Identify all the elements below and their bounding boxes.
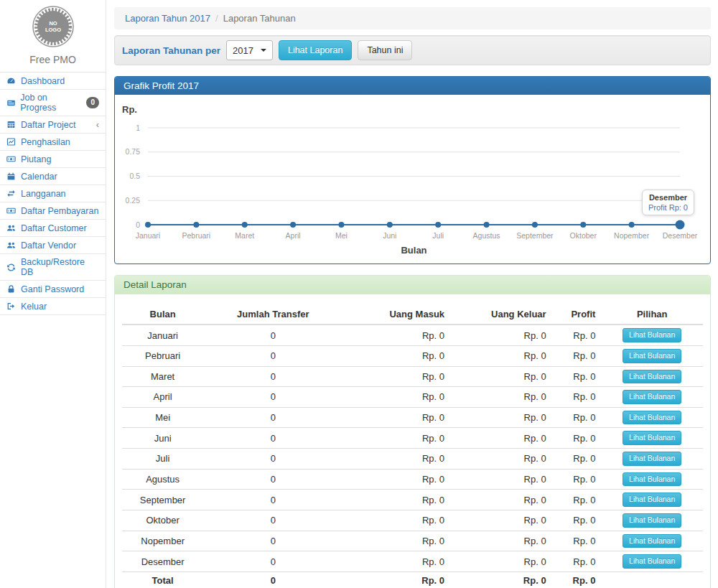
filter-label: Laporan Tahunan per <box>122 45 220 56</box>
table-row-juli: Juli0Rp. 0Rp. 0Rp. 0Lihat Bulanan <box>122 449 703 470</box>
data-point-juni[interactable] <box>387 222 393 228</box>
sidebar: NO LOGO Free PMO DashboardJob on Progres… <box>0 0 106 588</box>
lihat-bulanan-button[interactable]: Lihat Bulanan <box>623 390 681 404</box>
sidebar-item-daftar-pembayaran[interactable]: Daftar Pembayaran <box>0 202 106 220</box>
sidebar-item-label: Daftar Vendor <box>21 241 76 251</box>
data-point-nopember[interactable] <box>629 222 635 228</box>
cell: Rp. 0 <box>450 387 552 408</box>
sidebar-item-ganti-password[interactable]: Ganti Password <box>0 281 106 298</box>
lihat-bulanan-button[interactable]: Lihat Bulanan <box>623 472 681 487</box>
data-point-september[interactable] <box>532 222 538 228</box>
cell: Pebruari <box>122 345 203 366</box>
no-logo-seal-icon: NO LOGO <box>32 5 75 48</box>
sidebar-item-daftar-customer[interactable]: Daftar Customer <box>0 220 106 237</box>
cell: Maret <box>122 366 203 387</box>
cell: Rp. 0 <box>342 531 450 551</box>
lihat-bulanan-button[interactable]: Lihat Bulanan <box>623 349 681 363</box>
data-point-agustus[interactable] <box>484 222 490 228</box>
cell: Rp. 0 <box>450 345 552 366</box>
column-header-uang-keluar: Uang Keluar <box>450 304 552 325</box>
sidebar-item-label: Calendar <box>21 172 57 182</box>
cell: Rp. 0 <box>450 428 552 449</box>
svg-text:NO: NO <box>49 20 57 27</box>
sidebar-item-daftar-vendor[interactable]: Daftar Vendor <box>0 237 106 254</box>
y-tick-label: 0.25 <box>126 196 141 205</box>
brand[interactable]: NO LOGO Free PMO <box>0 0 106 73</box>
cell: Rp. 0 <box>552 345 602 366</box>
lihat-bulanan-button[interactable]: Lihat Bulanan <box>623 370 681 384</box>
cell: Rp. 0 <box>342 428 450 449</box>
sidebar-item-keluar[interactable]: Keluar <box>0 298 106 315</box>
cell: 0 <box>203 449 342 470</box>
tooltip-title: Desember <box>648 193 688 202</box>
total-cell: Total <box>122 571 203 588</box>
newspaper-icon <box>6 98 16 108</box>
breadcrumb-link[interactable]: Laporan Tahun 2017 <box>125 13 210 24</box>
chart-tooltip: Desember Profit Rp: 0 <box>642 190 694 215</box>
y-tick-label: 0 <box>136 220 140 229</box>
lihat-laporan-button[interactable]: Lihat Laporan <box>279 40 352 60</box>
cell: Nopember <box>122 531 203 551</box>
sidebar-item-label: Dashboard <box>21 76 65 86</box>
data-point-pebruari[interactable] <box>193 222 199 228</box>
lihat-bulanan-button[interactable]: Lihat Bulanan <box>623 493 681 507</box>
sidebar-item-penghasilan[interactable]: Penghasilan <box>0 134 106 151</box>
calendar-icon <box>6 172 17 181</box>
x-tick-label: Juni <box>383 231 396 240</box>
lihat-bulanan-button[interactable]: Lihat Bulanan <box>623 452 681 466</box>
sidebar-item-daftar-project[interactable]: Daftar Project‹ <box>0 116 106 134</box>
cell: Juni <box>122 428 203 449</box>
data-point-maret[interactable] <box>242 222 248 228</box>
sidebar-item-label: Daftar Pembayaran <box>21 206 98 216</box>
data-point-juli[interactable] <box>435 222 441 228</box>
lihat-bulanan-button[interactable]: Lihat Bulanan <box>623 431 681 445</box>
sidebar-item-backup-restore-db[interactable]: Backup/Restore DB <box>0 254 106 281</box>
year-select[interactable]: 2017 <box>226 40 273 60</box>
cell: 0 <box>203 551 342 572</box>
lihat-bulanan-button[interactable]: Lihat Bulanan <box>623 328 681 342</box>
cell: 0 <box>203 366 342 387</box>
sidebar-item-label: Ganti Password <box>21 284 84 294</box>
lihat-bulanan-button[interactable]: Lihat Bulanan <box>623 554 681 569</box>
lihat-bulanan-button[interactable]: Lihat Bulanan <box>623 534 681 549</box>
y-tick-label: 1 <box>136 123 140 132</box>
cell: Rp. 0 <box>450 531 552 551</box>
table-row-april: April0Rp. 0Rp. 0Rp. 0Lihat Bulanan <box>122 387 703 408</box>
x-tick-label: Januari <box>136 231 160 240</box>
cell: Rp. 0 <box>552 531 602 551</box>
chart-panel-title: Grafik Profit 2017 <box>115 77 710 95</box>
sidebar-item-piutang[interactable]: Piutang <box>0 151 106 168</box>
caret-down-icon <box>261 49 266 52</box>
table-row-mei: Mei0Rp. 0Rp. 0Rp. 0Lihat Bulanan <box>122 407 703 428</box>
count-badge: 0 <box>86 97 99 108</box>
cell: Rp. 0 <box>342 407 450 428</box>
sidebar-item-dashboard[interactable]: Dashboard <box>0 73 106 90</box>
sidebar-item-job-on-progress[interactable]: Job on Progress0 <box>0 90 106 116</box>
cell: Rp. 0 <box>342 551 450 572</box>
column-header-pilihan: Pilihan <box>601 304 703 325</box>
data-point-oktober[interactable] <box>580 222 586 228</box>
sidebar-item-calendar[interactable]: Calendar <box>0 168 106 185</box>
sidebar-item-langganan[interactable]: Langganan <box>0 185 106 202</box>
cell: Rp. 0 <box>552 387 602 408</box>
lihat-bulanan-button[interactable]: Lihat Bulanan <box>623 411 681 425</box>
cell: Rp. 0 <box>552 428 602 449</box>
column-header-profit: Profit <box>552 304 602 325</box>
data-point-januari[interactable] <box>145 222 151 228</box>
x-tick-label: Mei <box>335 231 348 240</box>
cell: Rp. 0 <box>552 490 602 510</box>
x-tick-label: Pebruari <box>182 231 211 240</box>
cell: Rp. 0 <box>450 490 552 510</box>
data-point-desember[interactable] <box>676 220 685 230</box>
data-point-mei[interactable] <box>338 222 344 228</box>
tahun-ini-button[interactable]: Tahun ini <box>358 40 412 60</box>
data-point-april[interactable] <box>290 222 296 228</box>
total-cell: Rp. 0 <box>552 571 602 588</box>
cell: Rp. 0 <box>450 551 552 572</box>
cell: 0 <box>203 428 342 449</box>
lihat-bulanan-button[interactable]: Lihat Bulanan <box>623 513 681 528</box>
cell: Oktober <box>122 510 203 531</box>
table-row-januari: Januari0Rp. 0Rp. 0Rp. 0Lihat Bulanan <box>122 325 703 345</box>
x-tick-label: Agustus <box>473 231 500 240</box>
cell: Rp. 0 <box>450 366 552 387</box>
